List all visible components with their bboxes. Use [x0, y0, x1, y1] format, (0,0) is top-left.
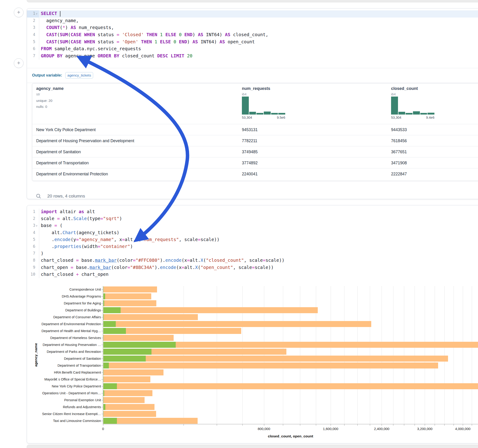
code-text: import altair as alt: [41, 209, 95, 214]
histogram-bar: [428, 113, 434, 115]
code-text: base = (: [41, 223, 63, 228]
add-cell-button[interactable]: +: [14, 58, 24, 68]
result-table: agency_namestrunique: 20nulls: 0num_requ…: [32, 83, 478, 181]
column-meta: nulls: 0: [36, 105, 47, 109]
table-row[interactable]: Department of Transportation377489234719…: [32, 157, 478, 168]
line-number: 1: [27, 11, 35, 16]
python-code-editor[interactable]: 1import altair as alt2scale = alt.Scale(…: [27, 209, 478, 278]
code-text: chart_closed + chart_open: [41, 272, 109, 277]
column-header-closed_count[interactable]: closed_count: [391, 86, 418, 91]
code-text: SELECT: [41, 11, 60, 17]
table-cell: Department of Housing Preservation and D…: [36, 135, 134, 146]
code-text: ): [41, 251, 44, 256]
table-cell: 7782211: [242, 135, 257, 146]
hist-max-label: 9.4e6: [426, 116, 434, 119]
notebook-page: + + 1∨SELECT 2 agency_name,3 COUNT(*) AS…: [0, 0, 478, 448]
add-cell-button[interactable]: +: [14, 8, 24, 17]
fold-chevron-icon[interactable]: ∨: [36, 12, 38, 15]
sql-cell[interactable]: 1∨SELECT 2 agency_name,3 COUNT(*) AS num…: [27, 8, 478, 199]
column-histogram: [391, 97, 434, 115]
code-text: GROUP BY agency_name ORDER BY closed_cou…: [41, 53, 193, 59]
code-line-8[interactable]: 8chart_closed = base.mark_bar(color="#FF…: [27, 257, 478, 264]
line-number: 9: [27, 265, 35, 270]
column-header-num_requests[interactable]: num_requests: [242, 86, 270, 91]
table-cell: 3774892: [242, 157, 258, 168]
code-text: .properties(width="container"): [41, 244, 133, 249]
histogram-bar: [278, 113, 285, 115]
table-row[interactable]: Department of Housing Preservation and D…: [32, 135, 478, 146]
line-number: 10: [27, 272, 35, 277]
output-variable-chip[interactable]: agency_tickets: [65, 72, 93, 79]
code-line-10[interactable]: 10chart_closed + chart_open: [27, 271, 478, 278]
line-number: 3: [27, 25, 35, 30]
code-line-7[interactable]: 7GROUP BY agency_name ORDER BY closed_co…: [27, 53, 478, 60]
histogram-range: 53,3049.4e6: [391, 116, 434, 119]
code-text: agency_name,: [41, 18, 79, 23]
code-text: chart_open = base.mark_bar(color="#8BC34…: [41, 265, 274, 270]
code-line-7[interactable]: 7): [27, 250, 478, 257]
output-variable-row: Output variable: agency_tickets: [32, 68, 478, 83]
table-row[interactable]: Department of Sanitation37494853677651: [32, 146, 478, 157]
table-cell: 9453131: [242, 124, 258, 135]
next-cell-stub[interactable]: [27, 445, 478, 448]
table-row[interactable]: Department of Environmental Protection22…: [32, 168, 478, 180]
code-line-3[interactable]: 3∨base = (: [27, 222, 478, 229]
column-type: i64: [391, 92, 396, 96]
code-text: alt.Chart(agency_tickets): [41, 230, 119, 235]
column-header-agency_name[interactable]: agency_name: [36, 86, 64, 91]
histogram-bar: [242, 97, 249, 115]
code-line-2[interactable]: 2scale = alt.Scale(type="sqrt"): [27, 216, 478, 222]
table-cell: 3677651: [391, 146, 407, 157]
previous-cell-stub[interactable]: [27, 0, 478, 2]
code-line-1[interactable]: 1import altair as alt: [27, 209, 478, 216]
fold-chevron-icon[interactable]: ∨: [36, 224, 38, 227]
line-number: 2: [27, 216, 35, 221]
histogram-range: 53,3049.5e6: [242, 116, 285, 119]
table-row[interactable]: New York City Police Department945313194…: [32, 124, 478, 135]
divider: [27, 83, 478, 83]
column-type: i64: [242, 92, 246, 96]
line-number: 6: [27, 244, 35, 249]
hist-min-label: 53,304: [391, 116, 401, 119]
table-cell: 3749485: [242, 146, 258, 157]
table-cell: 2240041: [242, 168, 258, 180]
code-line-5[interactable]: 5 CAST(SUM(CASE WHEN status = 'Open' THE…: [27, 38, 478, 46]
output-variable-label: Output variable:: [32, 73, 62, 78]
table-cell: Department of Environmental Protection: [36, 168, 108, 180]
histogram-bar: [413, 111, 420, 115]
python-cell[interactable]: 1import altair as alt2scale = alt.Scale(…: [27, 205, 478, 443]
line-number: 2: [27, 18, 35, 23]
line-number: 8: [27, 258, 35, 262]
code-text: .encode(y="agency_name", x=alt.X("num_re…: [41, 237, 220, 242]
histogram-bar: [391, 97, 398, 115]
histogram-bar: [406, 113, 413, 115]
row-count-status: 20 rows, 4 columns: [47, 193, 85, 199]
table-cell: Department of Transportation: [36, 157, 89, 168]
line-number: 4: [27, 32, 35, 37]
line-number: 7: [27, 53, 35, 58]
table-cell: 3471908: [391, 157, 407, 168]
code-line-1[interactable]: 1∨SELECT: [27, 10, 478, 18]
code-line-5[interactable]: 5 .encode(y="agency_name", x=alt.X("num_…: [27, 236, 478, 243]
table-cell: New York City Police Department: [36, 124, 96, 135]
code-line-2[interactable]: 2 agency_name,: [27, 18, 478, 25]
code-line-9[interactable]: 9chart_open = base.mark_bar(color="#8BC3…: [27, 264, 478, 271]
code-line-4[interactable]: 4 alt.Chart(agency_tickets): [27, 230, 478, 236]
table-cell: Department of Sanitation: [36, 146, 81, 157]
line-number: 4: [27, 230, 35, 235]
histogram-bar: [420, 113, 427, 115]
histogram-bar: [398, 112, 405, 115]
histogram-bar: [249, 112, 256, 115]
code-line-6[interactable]: 6FROM sample_data.nyc.service_requests: [27, 46, 478, 53]
column-meta: unique: 20: [36, 99, 52, 103]
hist-min-label: 53,304: [242, 116, 252, 119]
search-icon[interactable]: [36, 193, 41, 199]
code-text: FROM sample_data.nyc.service_requests: [41, 46, 141, 51]
sql-code-editor[interactable]: 1∨SELECT 2 agency_name,3 COUNT(*) AS num…: [27, 10, 478, 60]
line-number: 6: [27, 46, 35, 51]
table-cell: 2222847: [391, 168, 407, 180]
column-histogram: [242, 97, 285, 115]
code-line-3[interactable]: 3 COUNT(*) AS num_requests,: [27, 25, 478, 31]
code-line-6[interactable]: 6 .properties(width="container"): [27, 243, 478, 250]
code-line-4[interactable]: 4 CAST(SUM(CASE WHEN status = 'Closed' T…: [27, 31, 478, 39]
